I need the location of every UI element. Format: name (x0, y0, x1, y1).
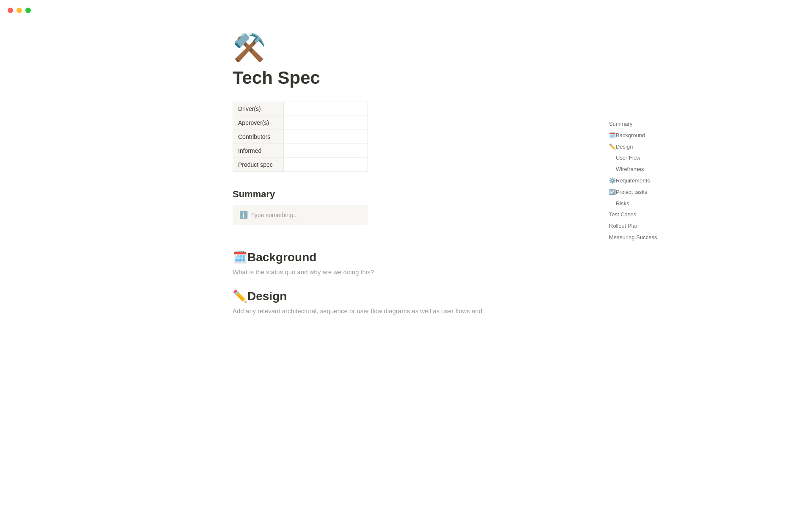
property-value-informed[interactable] (283, 144, 368, 158)
maximize-button[interactable] (25, 8, 31, 13)
close-button[interactable] (8, 8, 13, 13)
traffic-lights (8, 8, 31, 13)
toc-item-project-tasks[interactable]: ☑️Project tasks (609, 187, 694, 198)
toc-item-measuring-success[interactable]: Measuring Success (609, 232, 694, 243)
property-label-product-spec: Product spec (233, 158, 284, 172)
background-heading: 🗓️Background (233, 250, 579, 264)
toc-item-background[interactable]: 🗓️Background (609, 130, 694, 141)
minimize-button[interactable] (16, 8, 22, 13)
summary-placeholder: Type something... (251, 212, 298, 218)
property-row-contributors: Contributors (233, 130, 368, 144)
info-icon: ℹ️ (239, 211, 248, 219)
property-label-approvers: Approver(s) (233, 116, 284, 130)
design-section: ✏️Design Add any relevant architectural,… (233, 289, 579, 315)
property-row-drivers: Driver(s) (233, 102, 368, 116)
property-row-product-spec: Product spec (233, 158, 368, 172)
toc-item-wireframes[interactable]: Wireframes (609, 164, 694, 175)
toc-item-rollout-plan[interactable]: Rollout Plan (609, 221, 694, 232)
toc-item-design[interactable]: ✏️Design (609, 141, 694, 153)
summary-heading: Summary (233, 189, 579, 200)
background-icon: 🗓️ (233, 251, 247, 264)
design-icon: ✏️ (233, 290, 247, 303)
main-content: ⚒️ Tech Spec Driver(s) Approver(s) Contr… (216, 0, 596, 348)
design-heading: ✏️Design (233, 289, 579, 303)
properties-table: Driver(s) Approver(s) Contributors Infor… (233, 102, 368, 172)
table-of-contents: Summary 🗓️Background ✏️Design User Flow … (609, 119, 694, 243)
design-subtitle: Add any relevant architectural, sequence… (233, 307, 579, 315)
page-title[interactable]: Tech Spec (233, 68, 579, 88)
property-row-informed: Informed (233, 144, 368, 158)
property-value-drivers[interactable] (283, 102, 368, 116)
property-value-product-spec[interactable] (283, 158, 368, 172)
property-value-approvers[interactable] (283, 116, 368, 130)
background-subtitle: What is the status quo and why are we do… (233, 268, 579, 276)
toc-item-requirements[interactable]: ⚙️Requirements (609, 175, 694, 187)
toc-item-test-cases[interactable]: Test Cases (609, 209, 694, 221)
background-section: 🗓️Background What is the status quo and … (233, 250, 579, 276)
toc-item-summary[interactable]: Summary (609, 119, 694, 130)
property-label-informed: Informed (233, 144, 284, 158)
summary-input-area[interactable]: ℹ️ Type something... (233, 205, 368, 225)
toc-item-risks[interactable]: Risks (609, 198, 694, 210)
toc-item-userflow[interactable]: User Flow (609, 152, 694, 164)
property-label-contributors: Contributors (233, 130, 284, 144)
property-label-drivers: Driver(s) (233, 102, 284, 116)
property-row-approvers: Approver(s) (233, 116, 368, 130)
property-value-contributors[interactable] (283, 130, 368, 144)
page-icon: ⚒️ (233, 34, 579, 61)
